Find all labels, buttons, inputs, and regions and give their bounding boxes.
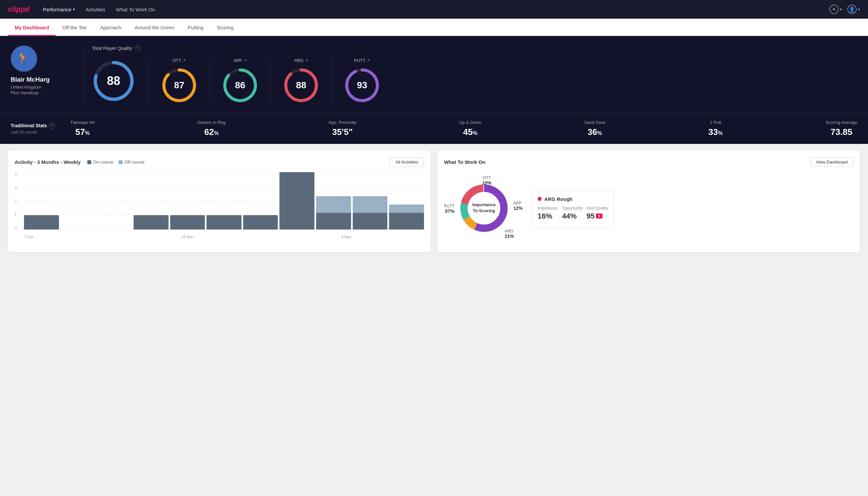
donut-svg: Importance To Scoring — [457, 182, 510, 235]
hero-section: 🏌️ Blair McHarg United Kingdom Plus Hand… — [0, 36, 868, 113]
arg-importance-value: 16% — [538, 212, 559, 220]
bar-off-course — [389, 204, 424, 213]
bars-container — [24, 172, 424, 230]
help-icon[interactable]: ? — [135, 45, 141, 51]
y-axis: 0 1 2 3 4 — [15, 172, 17, 230]
tab-around-the-green[interactable]: Around the Green — [128, 19, 181, 36]
arg-shot-quality-value: 95 ▼ — [586, 212, 608, 220]
nav-right: + ▾ 👤 ▾ — [830, 5, 860, 14]
ott-circle: 87 — [161, 67, 198, 104]
bar-off-course — [353, 196, 388, 213]
bar-off-course — [316, 196, 351, 213]
tab-approach[interactable]: Approach — [93, 19, 128, 36]
bar-group-5 — [170, 172, 205, 230]
putt-circle: 93 — [344, 67, 380, 104]
bar-on-course — [170, 215, 205, 230]
trad-stats-title: Traditional Stats ? — [11, 123, 70, 128]
app-label: APP ↗ — [234, 58, 247, 63]
player-country: United Kingdom — [11, 84, 42, 90]
add-button[interactable]: + ▾ — [830, 5, 842, 14]
arg-label: ARG ↗ — [294, 58, 308, 63]
bottom-section: Activity - 3 Months - Weekly On course O… — [0, 144, 868, 259]
bar-group-1 — [24, 172, 59, 230]
trad-stats-label: Traditional Stats ? Last 20 rounds — [11, 123, 70, 135]
player-info: 🏌️ Blair McHarg United Kingdom Plus Hand… — [11, 45, 84, 104]
logo[interactable]: clippd — [8, 5, 30, 14]
ott-score-value: 87 — [174, 80, 184, 91]
nav-activities[interactable]: Activities — [85, 7, 105, 12]
bar-group-6 — [206, 172, 241, 230]
all-activities-button[interactable]: All Activities — [390, 157, 424, 167]
tab-my-dashboard[interactable]: My Dashboard — [8, 19, 56, 36]
bar-group-10 — [353, 172, 388, 230]
bar-on-course — [133, 215, 169, 230]
app-circle: 86 — [222, 67, 258, 104]
bar-on-course — [280, 172, 314, 230]
arg-stat-importance: Importance — [538, 206, 559, 211]
activity-card-title: Activity - 3 Months - Weekly — [15, 159, 81, 165]
stat-fairways-hit: Fairways Hit 57% — [70, 120, 95, 137]
arg-trend-icon: ↗ — [305, 58, 308, 63]
bar-on-course — [243, 215, 278, 230]
chevron-down-icon: ▾ — [73, 7, 75, 12]
tab-scoring[interactable]: Scoring — [210, 19, 240, 36]
tab-off-the-tee[interactable]: Off the Tee — [56, 19, 93, 36]
arg-card-title: ARG Rough — [538, 196, 608, 202]
on-course-dot — [87, 160, 91, 164]
ott-label: OTT ↗ — [173, 58, 186, 63]
activity-card-header: Activity - 3 Months - Weekly On course O… — [15, 157, 424, 167]
bar-on-course — [389, 213, 424, 230]
avatar: 🏌️ — [11, 45, 37, 72]
arg-score-item: ARG ↗ 88 — [271, 58, 332, 104]
x-axis: 7 Feb 28 Mar 9 May — [24, 235, 424, 239]
bar-group-3 — [97, 172, 132, 230]
bar-on-course — [316, 213, 351, 230]
bar-group-8 — [280, 172, 314, 230]
wtw-card-header: What To Work On View Dashboard — [444, 157, 853, 167]
nav-performance[interactable]: Performance ▾ — [43, 7, 75, 12]
bar-group-11 — [389, 172, 424, 230]
app-score-value: 86 — [235, 80, 245, 91]
arg-stat-shot-quality: Shot Quality — [586, 206, 608, 211]
scores-section: Total Player Quality ? 88 OTT ↗ — [84, 45, 857, 104]
what-to-work-on-card: What To Work On View Dashboard OTT 10% A… — [437, 151, 860, 252]
bar-on-course — [24, 215, 59, 230]
arg-card-dot — [538, 197, 541, 201]
trad-help-icon[interactable]: ? — [49, 123, 55, 128]
putt-label: PUTT ↗ — [354, 58, 370, 63]
bar-on-course — [353, 213, 388, 230]
scores-grid: 88 OTT ↗ 87 APP — [92, 58, 849, 104]
arg-stats-grid: Importance Opportunity Shot Quality — [538, 206, 608, 211]
stat-scoring-avg: Scoring Average 73.85 — [826, 120, 857, 137]
main-score-item: 88 — [92, 59, 149, 103]
app-score-item: APP ↗ 86 — [210, 58, 271, 104]
app-trend-icon: ↗ — [243, 58, 247, 63]
nav-what-to-work-on[interactable]: What To Work On — [116, 7, 155, 12]
trad-stats-grid: Fairways Hit 57% Greens In Reg 62% App. … — [70, 120, 857, 137]
stat-app-proximity: App. Proximity 35'5" — [328, 120, 357, 137]
svg-text:To Scoring: To Scoring — [473, 208, 495, 213]
arg-circle: 88 — [283, 67, 319, 104]
bar-group-7 — [243, 172, 278, 230]
bar-group-9 — [316, 172, 351, 230]
user-button[interactable]: 👤 ▾ — [847, 5, 860, 14]
player-handicap: Plus Handicap — [11, 90, 38, 95]
legend-off-course: Off course — [119, 159, 145, 165]
putt-score-value: 93 — [357, 80, 367, 91]
arg-values-grid: 16% 44% 95 ▼ — [538, 212, 608, 220]
chevron-down-icon: ▾ — [840, 7, 842, 12]
svg-text:Importance: Importance — [472, 202, 495, 207]
view-dashboard-button[interactable]: View Dashboard — [810, 157, 853, 167]
main-circle: 88 — [92, 59, 135, 103]
tabs-bar: My Dashboard Off the Tee Approach Around… — [0, 19, 868, 36]
down-badge: ▼ — [596, 214, 602, 218]
off-course-dot — [119, 160, 123, 164]
trad-stats-subtitle: Last 20 rounds — [11, 130, 70, 135]
stat-sand-save: Sand Save 36% — [584, 120, 605, 137]
bar-group-2 — [61, 172, 96, 230]
tab-putting[interactable]: Putting — [181, 19, 210, 36]
donut-chart-area: OTT 10% APP 12% ARG 21% PUTT 57% — [444, 172, 524, 246]
chart-legend: On course Off course — [87, 159, 145, 165]
scores-title: Total Player Quality — [92, 46, 132, 51]
arg-rough-card: ARG Rough Importance Opportunity Shot Qu… — [532, 190, 614, 228]
